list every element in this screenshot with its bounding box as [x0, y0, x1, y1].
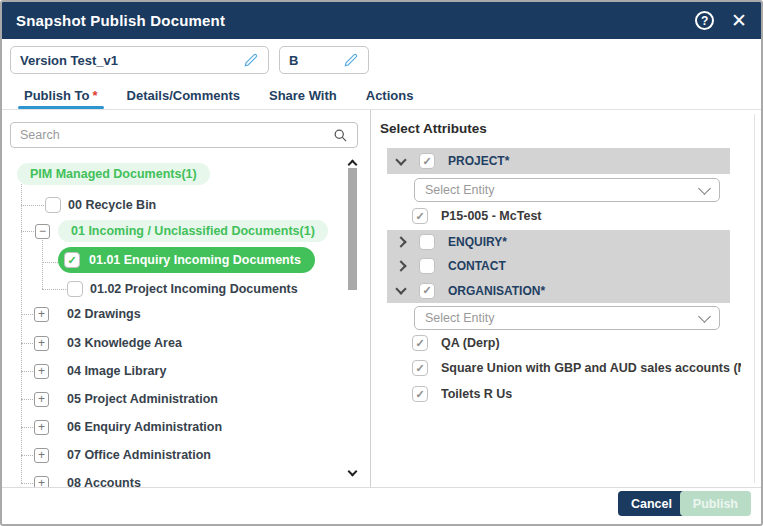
attr-item-toilets-r-us[interactable]: ✓ Toilets R Us: [412, 383, 512, 405]
tree-item-label[interactable]: 00 Recycle Bin: [68, 198, 156, 212]
attributes-scrollbar-track[interactable]: [754, 114, 755, 483]
tree-item-label[interactable]: 04 Image Library: [67, 364, 166, 378]
select-attributes-heading: Select Attributes: [380, 121, 487, 136]
tree-item-accounts[interactable]: + 08 Accounts: [34, 471, 141, 487]
attr-item-label: Square Union with GBP and AUD sales acco…: [441, 361, 741, 375]
expand-icon[interactable]: +: [34, 336, 49, 351]
organisation-entity-select[interactable]: Select Entity: [414, 306, 720, 330]
scroll-down-icon[interactable]: [349, 461, 356, 479]
dialog-footer: Cancel Publish: [2, 487, 761, 524]
tree-connector: [42, 289, 66, 290]
chevron-down-icon[interactable]: [395, 283, 406, 294]
tab-actions[interactable]: Actions: [366, 81, 414, 109]
chevron-right-icon[interactable]: [395, 236, 406, 247]
tab-publish-to-label: Publish To: [24, 88, 89, 103]
check-icon: ✓: [415, 211, 424, 222]
checkbox-checked[interactable]: ✓: [419, 283, 435, 299]
tree-item-label[interactable]: 06 Enquiry Administration: [67, 420, 222, 434]
chevron-down-icon[interactable]: [395, 154, 406, 165]
expand-icon[interactable]: +: [34, 392, 49, 407]
cancel-button[interactable]: Cancel: [618, 491, 685, 516]
check-icon: ✓: [422, 156, 431, 167]
group-organisation[interactable]: ✓ ORGANISATION*: [387, 278, 730, 303]
attr-item-square-union[interactable]: ✓ Square Union with GBP and AUD sales ac…: [412, 357, 741, 379]
tree-connector: [21, 231, 34, 232]
expand-icon[interactable]: +: [34, 307, 49, 322]
group-contact[interactable]: CONTACT: [387, 254, 730, 278]
tree-item-project-administration[interactable]: + 05 Project Administration: [34, 387, 218, 411]
chevron-right-icon[interactable]: [395, 260, 406, 271]
checkbox-unchecked[interactable]: [67, 281, 83, 297]
group-label: ORGANISATION*: [448, 284, 545, 298]
tree-connector: [21, 427, 33, 428]
tree-item-label[interactable]: 05 Project Administration: [67, 392, 218, 406]
tab-actions-label: Actions: [366, 88, 414, 103]
selected-tree-item[interactable]: ✓ 01.01 Enquiry Incoming Documents: [58, 247, 315, 273]
version-name-field[interactable]: [10, 46, 269, 74]
tree-item-label[interactable]: 01.02 Project Incoming Documents: [90, 282, 298, 296]
tree-item-label[interactable]: 01 Incoming / Unclassified Documents(1): [58, 220, 328, 242]
group-enquiry[interactable]: ENQUIRY*: [387, 230, 730, 254]
edit-pencil-icon[interactable]: [343, 52, 359, 68]
tree-item-image-library[interactable]: + 04 Image Library: [34, 359, 166, 383]
attr-item-label: P15-005 - McTest: [441, 209, 542, 223]
revision-field[interactable]: [279, 46, 369, 74]
select-attributes-panel: Select Attributes ✓ PROJECT* Select Enti…: [371, 110, 761, 487]
attr-item-qa-derp[interactable]: ✓ QA (Derp): [412, 332, 500, 354]
tree-connector: [21, 371, 33, 372]
check-icon: ✓: [415, 389, 424, 400]
revision-input[interactable]: [289, 53, 339, 68]
tree-item-label[interactable]: 02 Drawings: [67, 307, 141, 321]
check-icon: ✓: [67, 255, 76, 266]
tree-item-enquiry-administration[interactable]: + 06 Enquiry Administration: [34, 415, 222, 439]
collapse-icon[interactable]: −: [35, 224, 50, 239]
project-entity-select[interactable]: Select Entity: [414, 178, 720, 202]
checkbox-unchecked[interactable]: [419, 258, 435, 274]
checkbox-checked[interactable]: ✓: [412, 386, 428, 402]
tree-root[interactable]: PIM Managed Documents(1): [17, 162, 210, 186]
tree-item-label[interactable]: 03 Knowledge Area: [67, 336, 182, 350]
tree-item-recycle-bin[interactable]: 00 Recycle Bin: [45, 193, 156, 217]
scrollbar-thumb[interactable]: [348, 168, 357, 290]
attr-item-p15-005[interactable]: ✓ P15-005 - McTest: [412, 205, 542, 227]
checkbox-checked[interactable]: ✓: [419, 153, 435, 169]
group-label: CONTACT: [448, 259, 506, 273]
tree-item-office-administration[interactable]: + 07 Office Administration: [34, 443, 211, 467]
checkbox-checked[interactable]: ✓: [64, 252, 80, 268]
tab-details-comments[interactable]: Details/Comments: [127, 81, 240, 109]
tree-search-box[interactable]: [10, 122, 358, 148]
expand-icon[interactable]: +: [34, 364, 49, 379]
checkbox-unchecked[interactable]: [45, 197, 61, 213]
tab-share-with[interactable]: Share With: [269, 81, 337, 109]
tree-item-enquiry-incoming[interactable]: ✓ 01.01 Enquiry Incoming Documents: [58, 248, 315, 272]
tree-item-project-incoming[interactable]: 01.02 Project Incoming Documents: [67, 277, 298, 301]
checkbox-unchecked[interactable]: [419, 234, 435, 250]
tree-item-label[interactable]: 08 Accounts: [67, 476, 141, 487]
tree-scrollbar[interactable]: [346, 152, 360, 484]
tree-connector: [21, 184, 22, 483]
edit-pencil-icon[interactable]: [243, 52, 259, 68]
expand-icon[interactable]: +: [34, 476, 49, 488]
tree-root-label[interactable]: PIM Managed Documents(1): [17, 163, 210, 185]
group-project[interactable]: ✓ PROJECT*: [387, 148, 730, 174]
checkbox-checked[interactable]: ✓: [412, 208, 428, 224]
close-icon[interactable]: ✕: [731, 11, 747, 30]
tree-item-label[interactable]: 01.01 Enquiry Incoming Documents: [89, 253, 301, 267]
checkbox-checked[interactable]: ✓: [412, 360, 428, 376]
tree-item-drawings[interactable]: + 02 Drawings: [34, 302, 141, 326]
expand-icon[interactable]: +: [34, 448, 49, 463]
tree-connector: [21, 483, 33, 484]
tree-item-knowledge-area[interactable]: + 03 Knowledge Area: [34, 331, 182, 355]
tab-publish-to[interactable]: Publish To *: [24, 81, 98, 109]
tree-item-incoming-unclassified[interactable]: − 01 Incoming / Unclassified Documents(1…: [35, 219, 328, 243]
version-name-input[interactable]: [20, 53, 239, 68]
help-icon[interactable]: ?: [695, 11, 714, 30]
tree-item-label[interactable]: 07 Office Administration: [67, 448, 211, 462]
tree-search-input[interactable]: [20, 128, 333, 142]
expand-icon[interactable]: +: [34, 420, 49, 435]
checkbox-checked[interactable]: ✓: [412, 335, 428, 351]
search-icon[interactable]: [333, 128, 348, 143]
attr-item-label: Toilets R Us: [441, 387, 512, 401]
dialog-title: Snapshot Publish Document: [16, 12, 225, 29]
publish-button[interactable]: Publish: [680, 491, 751, 516]
